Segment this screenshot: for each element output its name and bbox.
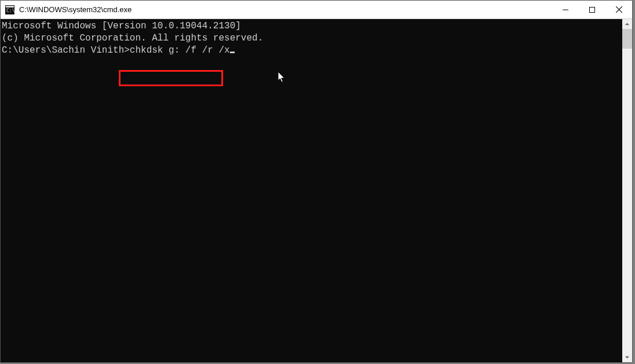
scroll-down-button[interactable] [622,352,632,362]
window-title: C:\WINDOWS\system32\cmd.exe [19,5,132,14]
red-highlight-box [119,70,223,86]
close-button[interactable] [605,1,632,19]
terminal[interactable]: Microsoft Windows [Version 10.0.19044.21… [1,19,622,362]
cmd-icon: C:\ [5,5,14,14]
minimize-button[interactable] [552,1,579,19]
svg-text:C:\: C:\ [6,8,14,13]
window-controls [552,1,632,19]
prompt-line: C:\Users\Sachin Vinith>chkdsk g: /f /r /… [2,45,622,57]
scroll-up-button[interactable] [622,19,632,29]
titlebar[interactable]: C:\ C:\WINDOWS\system32\cmd.exe [1,1,632,19]
banner-line-1: Microsoft Windows [Version 10.0.19044.21… [2,20,622,32]
cmd-window: C:\ C:\WINDOWS\system32\cmd.exe Microsof… [0,0,633,363]
svg-rect-4 [590,7,595,12]
maximize-button[interactable] [579,1,605,19]
text-caret [230,52,235,53]
vertical-scrollbar[interactable] [622,19,632,362]
scroll-thumb[interactable] [622,29,632,49]
scroll-track[interactable] [622,29,632,352]
svg-rect-1 [6,6,14,8]
prompt-text: C:\Users\Sachin Vinith> [2,45,130,56]
svg-rect-3 [563,9,568,10]
command-text: chkdsk g: /f /r /x [130,45,230,56]
client-area: Microsoft Windows [Version 10.0.19044.21… [1,19,632,362]
banner-line-2: (c) Microsoft Corporation. All rights re… [2,32,622,45]
